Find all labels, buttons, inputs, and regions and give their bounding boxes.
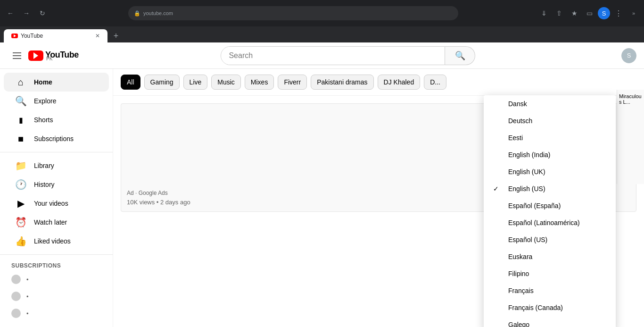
ad-badge: Ad · Google Ads — [127, 190, 168, 196]
active-tab[interactable]: YouTube ✕ — [4, 29, 107, 42]
sub-channel-name-2: • — [26, 293, 29, 300]
filter-bar: All Gaming Live Music Mixes Fiverr Pakis… — [113, 69, 644, 96]
sidebar-label-shorts: Shorts — [34, 116, 53, 124]
filter-chip-pakistani-dramas[interactable]: Pakistani dramas — [311, 75, 373, 90]
subscription-item-3[interactable]: • — [0, 305, 113, 322]
yt-logo-country: PK — [46, 56, 79, 61]
sub-channel-avatar-2 — [11, 292, 21, 301]
bookmark-icon[interactable]: ★ — [568, 7, 581, 20]
sidebar-label-liked-videos: Liked videos — [34, 237, 71, 245]
lang-item-euskara[interactable]: Euskara — [484, 248, 616, 265]
subscriptions-section-title: SUBSCRIPTIONS — [0, 259, 113, 271]
sidebar-item-liked-videos[interactable]: 👍 Liked videos — [4, 232, 109, 251]
tab-bar: YouTube ✕ + — [0, 26, 644, 42]
back-button[interactable]: ← — [4, 7, 17, 20]
lang-label-euskara: Euskara — [508, 253, 532, 260]
main-content: All Gaming Live Music Mixes Fiverr Pakis… — [113, 69, 644, 327]
sidebar-item-history[interactable]: 🕐 History — [4, 175, 109, 194]
lang-label-eesti: Eesti — [508, 134, 523, 142]
filter-chip-more[interactable]: D... — [424, 75, 446, 90]
address-bar[interactable]: 🔒 youtube.com — [128, 6, 458, 20]
liked-videos-icon: 👍 — [15, 235, 26, 247]
your-videos-icon: ▶ — [15, 198, 26, 209]
avatar-button[interactable]: S — [621, 48, 636, 63]
partial-card: Miraculous L... — [617, 90, 644, 184]
new-tab-button[interactable]: + — [109, 29, 123, 42]
lang-item-english-us[interactable]: ✓ English (US) — [484, 180, 616, 197]
language-dropdown: Dansk Deutsch Eesti English (India) Engl… — [484, 95, 616, 327]
lock-icon: 🔒 — [134, 10, 140, 17]
forward-button[interactable]: → — [20, 7, 33, 20]
filter-chip-dj-khaled[interactable]: DJ Khaled — [378, 75, 421, 90]
lang-label-francais-canada: Français (Canada) — [508, 304, 563, 311]
tab-close-icon[interactable]: ✕ — [95, 33, 100, 39]
lang-label-deutsch: Deutsch — [508, 117, 532, 125]
lang-item-dansk[interactable]: Dansk — [484, 95, 616, 112]
sidebar-item-subscriptions[interactable]: ■ Subscriptions — [4, 129, 109, 148]
user-avatar: S — [621, 48, 636, 63]
menu-toggle-button[interactable] — [8, 46, 26, 65]
lang-item-francais-canada[interactable]: Français (Canada) — [484, 299, 616, 316]
lang-item-galego[interactable]: Galego — [484, 316, 616, 327]
search-input[interactable] — [221, 47, 445, 65]
sidebar-divider-2 — [0, 254, 113, 255]
lang-label-francais: Français — [508, 287, 534, 294]
lang-item-francais[interactable]: Français — [484, 282, 616, 299]
lang-item-espanol-us[interactable]: Español (US) — [484, 231, 616, 248]
subscriptions-icon: ■ — [15, 134, 26, 144]
youtube-header: YouTube PK 🔍 S — [0, 42, 644, 69]
sidebar-item-watch-later[interactable]: ⏰ Watch later — [4, 213, 109, 232]
sub-channel-avatar-1 — [11, 275, 21, 284]
lang-item-eesti[interactable]: Eesti — [484, 129, 616, 146]
share-icon[interactable]: ⇧ — [553, 7, 566, 20]
sidebar-item-home[interactable]: ⌂ Home — [4, 73, 109, 92]
search-button[interactable]: 🔍 — [445, 46, 475, 65]
hamburger-icon — [13, 52, 21, 53]
filter-chip-gaming[interactable]: Gaming — [144, 75, 180, 90]
filter-chip-music[interactable]: Music — [211, 75, 241, 90]
lang-item-english-india[interactable]: English (India) — [484, 146, 616, 163]
lang-label-espanol-espana: Español (España) — [508, 202, 561, 210]
hamburger-icon — [13, 55, 21, 56]
filter-chip-fiverr[interactable]: Fiverr — [278, 75, 307, 90]
filter-chip-mixes[interactable]: Mixes — [245, 75, 274, 90]
chrome-profile-button[interactable]: S — [598, 7, 610, 19]
sidebar-item-your-videos[interactable]: ▶ Your videos — [4, 194, 109, 213]
watch-later-icon: ⏰ — [15, 217, 26, 228]
shorts-icon: ▮ — [15, 116, 26, 125]
lang-item-english-uk[interactable]: English (UK) — [484, 163, 616, 180]
explore-icon: 🔍 — [15, 95, 26, 107]
lang-item-espanol-espana[interactable]: Español (España) — [484, 197, 616, 214]
filter-chip-all[interactable]: All — [121, 75, 140, 90]
lang-label-galego: Galego — [508, 321, 529, 327]
extend-icon[interactable]: » — [627, 7, 640, 20]
subscription-item-2[interactable]: • — [0, 288, 113, 305]
sidebar-label-explore: Explore — [34, 97, 56, 105]
sidebar-label-watch-later: Watch later — [34, 218, 67, 226]
split-view-icon[interactable]: ▭ — [583, 7, 596, 20]
download-icon[interactable]: ⇓ — [537, 7, 551, 20]
sidebar-item-library[interactable]: 📁 Library — [4, 156, 109, 175]
lang-item-espanol-latam[interactable]: Español (Latinoamérica) — [484, 214, 616, 231]
chrome-menu-button[interactable]: ⋮ — [612, 7, 625, 20]
header-right: S — [621, 48, 636, 63]
sidebar-label-history: History — [34, 181, 55, 188]
sidebar-label-subscriptions: Subscriptions — [34, 135, 74, 143]
youtube-logo[interactable]: YouTube PK — [28, 50, 79, 61]
lang-label-espanol-us: Español (US) — [508, 236, 547, 243]
tab-title: YouTube — [21, 33, 43, 39]
sidebar-item-explore[interactable]: 🔍 Explore — [4, 92, 109, 110]
partial-card-title: Miraculous L... — [617, 90, 644, 109]
sidebar-label-library: Library — [34, 162, 54, 169]
filter-chip-live[interactable]: Live — [183, 75, 208, 90]
lang-label-dansk: Dansk — [508, 100, 527, 108]
home-icon: ⌂ — [15, 77, 26, 88]
reload-button[interactable]: ↻ — [36, 7, 49, 20]
url-text: youtube.com — [143, 10, 173, 16]
sidebar-item-shorts[interactable]: ▮ Shorts — [4, 110, 109, 129]
lang-item-filipino[interactable]: Filipino — [484, 265, 616, 282]
subscription-item-1[interactable]: • — [0, 271, 113, 288]
search-icon: 🔍 — [455, 50, 465, 61]
search-input-wrap — [221, 46, 445, 65]
lang-item-deutsch[interactable]: Deutsch — [484, 112, 616, 129]
